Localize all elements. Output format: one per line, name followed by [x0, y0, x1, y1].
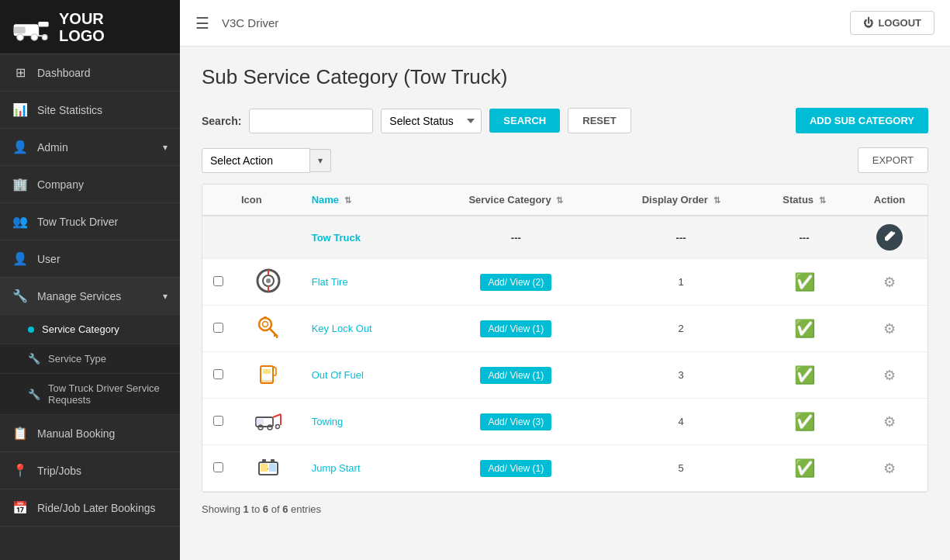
cell-status-out-of-fuel: ✅: [757, 352, 852, 399]
cell-icon-towing: [233, 399, 304, 445]
status-active-icon-4: ✅: [794, 412, 815, 431]
pagination-info: Showing 1 to 6 of 6 entries: [202, 503, 928, 515]
name-link-out-of-fuel[interactable]: Out Of Fuel: [312, 369, 364, 381]
cell-name-flat-tire: Flat Tire: [304, 259, 427, 306]
status-select[interactable]: Select StatusActiveInactive: [381, 109, 482, 133]
gear-icon-1[interactable]: ⚙: [883, 275, 896, 290]
name-link-towing[interactable]: Towing: [312, 416, 343, 427]
svg-line-28: [273, 414, 281, 417]
sidebar-item-label: User: [37, 253, 60, 265]
cell-sc-flat-tire: Add/ View (2): [427, 259, 605, 306]
cell-name-jump-start: Jump Start: [304, 445, 427, 492]
sidebar-item-manual-booking[interactable]: 📋 Manual Booking: [0, 415, 180, 452]
hamburger-icon[interactable]: ☰: [195, 14, 209, 33]
cell-status-jump-start: ✅: [757, 445, 852, 492]
logout-button[interactable]: ⏻ LOGOUT: [850, 11, 934, 35]
table-row: Flat Tire Add/ View (2) 1 ✅ ⚙: [202, 259, 928, 306]
sidebar-item-tow-truck-driver-service-requests[interactable]: 🔧 Tow Truck Driver Service Requests: [0, 374, 180, 415]
add-view-button-2[interactable]: Add/ View (1): [480, 320, 551, 337]
svg-rect-4: [38, 21, 48, 26]
gear-icon-5[interactable]: ⚙: [883, 461, 896, 476]
dashboard-icon: ⊞: [12, 65, 28, 80]
add-view-button-1[interactable]: Add/ View (2): [480, 274, 551, 291]
cell-checkbox: [202, 399, 233, 445]
sidebar-item-trip-jobs[interactable]: 📍 Trip/Jobs: [0, 452, 180, 489]
data-table: Icon Name ⇅ Service Category ⇅ Display O…: [202, 184, 928, 493]
header: ☰ V3C Driver ⏻ LOGOUT: [180, 0, 950, 47]
cell-order-out-of-fuel: 3: [605, 352, 757, 399]
name-link-tow-truck[interactable]: Tow Truck: [312, 232, 361, 244]
cell-name-out-of-fuel: Out Of Fuel: [304, 352, 427, 399]
sidebar-item-label: Manual Booking: [37, 427, 115, 440]
col-name[interactable]: Name ⇅: [304, 185, 427, 216]
svg-point-14: [263, 322, 268, 327]
svg-point-3: [31, 33, 37, 40]
sub-item-label: Service Category: [42, 323, 119, 335]
row-checkbox-3[interactable]: [213, 369, 223, 379]
logout-label: LOGOUT: [878, 17, 921, 29]
name-link-key-lockout[interactable]: Key Lock Out: [312, 323, 372, 334]
sidebar-item-label: Admin: [37, 141, 68, 154]
sidebar-item-company[interactable]: 🏢 Company: [0, 166, 180, 203]
svg-rect-1: [14, 26, 26, 33]
add-sub-category-button[interactable]: ADD SUB CATEGORY: [796, 108, 928, 133]
book-icon: 📋: [12, 426, 28, 441]
gear-icon-2[interactable]: ⚙: [883, 321, 896, 337]
gear-icon-4[interactable]: ⚙: [883, 414, 896, 430]
search-input[interactable]: [249, 109, 373, 133]
row-checkbox-4[interactable]: [213, 416, 223, 426]
sidebar-item-label: Manage Services: [37, 290, 121, 302]
power-icon: ⏻: [863, 17, 873, 29]
add-view-button-3[interactable]: Add/ View (1): [480, 367, 551, 384]
row-checkbox-2[interactable]: [213, 323, 223, 333]
svg-rect-25: [256, 419, 264, 424]
user-icon: 👤: [12, 251, 28, 266]
toolbar: Search: Select StatusActiveInactive SEAR…: [202, 108, 928, 133]
sidebar-item-label: Ride/Job Later Bookings: [37, 502, 156, 514]
sidebar-item-dashboard[interactable]: ⊞ Dashboard: [0, 54, 180, 92]
sidebar-item-site-statistics[interactable]: 📊 Site Statistics: [0, 92, 180, 129]
table-row: Key Lock Out Add/ View (1) 2 ✅ ⚙: [202, 306, 928, 352]
col-service-category[interactable]: Service Category ⇅: [427, 185, 605, 216]
row-checkbox-1[interactable]: [213, 276, 223, 286]
table-row-tow-truck: Tow Truck --- --- ---: [202, 216, 928, 259]
action-select[interactable]: Select Action: [202, 148, 310, 173]
edit-button-tow-truck[interactable]: [876, 224, 903, 251]
name-link-jump-start[interactable]: Jump Start: [312, 462, 361, 474]
action-select-arrow[interactable]: ▾: [310, 149, 331, 172]
cell-display-order: ---: [605, 216, 757, 259]
sidebar-item-ride-job-later[interactable]: 📅 Ride/Job Later Bookings: [0, 489, 180, 527]
col-checkbox: [202, 185, 233, 216]
sidebar-item-admin[interactable]: 👤 Admin ▾: [0, 129, 180, 166]
name-link-flat-tire[interactable]: Flat Tire: [312, 276, 348, 288]
chevron-down-icon: ▾: [163, 142, 168, 153]
sidebar-item-manage-services[interactable]: 🔧 Manage Services ▾: [0, 278, 180, 315]
gear-icon-3[interactable]: ⚙: [883, 368, 896, 383]
svg-point-2: [17, 33, 23, 40]
cell-icon: [233, 216, 304, 259]
reset-button[interactable]: RESET: [568, 108, 630, 133]
row-checkbox-5[interactable]: [213, 462, 223, 472]
sidebar-item-service-type[interactable]: 🔧 Service Type: [0, 344, 180, 374]
col-display-order[interactable]: Display Order ⇅: [605, 185, 757, 216]
add-view-button-4[interactable]: Add/ View (3): [480, 413, 551, 430]
calendar-icon: 📅: [12, 500, 28, 515]
table-row: + - Jump Start Add/ View (1) 5: [202, 445, 928, 492]
sub-item-label: Tow Truck Driver Service Requests: [48, 382, 168, 406]
export-button[interactable]: EXPORT: [858, 147, 928, 173]
svg-rect-23: [261, 380, 273, 383]
header-title: V3C Driver: [222, 16, 850, 29]
sidebar-item-tow-truck-driver[interactable]: 👥 Tow Truck Driver: [0, 203, 180, 240]
sidebar-item-service-category[interactable]: Service Category: [0, 315, 180, 344]
sidebar-item-user[interactable]: 👤 User: [0, 240, 180, 278]
cell-action-out-of-fuel: ⚙: [852, 352, 928, 399]
sidebar-item-label: Site Statistics: [37, 104, 102, 116]
cell-icon-out-of-fuel: [233, 352, 304, 399]
search-button[interactable]: SEARCH: [489, 109, 560, 133]
cell-icon-jump-start: + -: [233, 445, 304, 492]
map-pin-icon: 📍: [12, 463, 28, 478]
col-status[interactable]: Status ⇅: [757, 185, 852, 216]
building-icon: 🏢: [12, 177, 28, 192]
add-view-button-5[interactable]: Add/ View (1): [480, 460, 551, 477]
cell-sc-jump-start: Add/ View (1): [427, 445, 605, 492]
